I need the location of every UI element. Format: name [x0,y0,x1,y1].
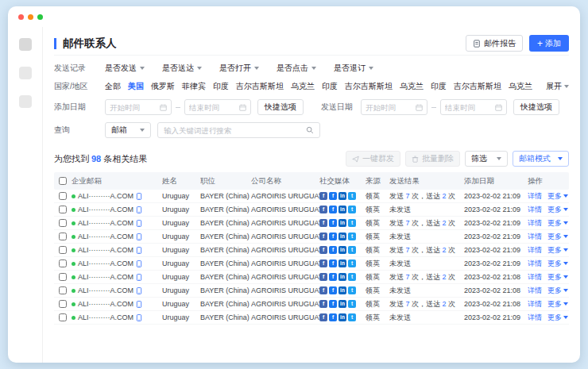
country-option[interactable]: 乌克兰 [509,81,532,92]
country-option[interactable]: 吉尔吉斯斯坦 [454,81,501,92]
phone-icon[interactable] [136,233,142,240]
facebook-icon[interactable]: f [319,246,327,254]
sidebar-item-3[interactable] [19,95,32,108]
email-report-button[interactable]: 邮件报告 [466,35,523,52]
facebook-icon[interactable]: f [329,313,337,321]
facebook-icon[interactable]: f [319,286,327,294]
select-all-checkbox[interactable] [59,177,67,185]
facebook-icon[interactable]: f [319,273,327,281]
linkedin-icon[interactable]: in [338,206,346,213]
facebook-icon[interactable]: f [319,219,327,227]
country-option[interactable]: 印度 [431,81,447,92]
linkedin-icon[interactable]: in [338,313,346,321]
row-checkbox[interactable] [59,286,67,294]
more-link[interactable]: 更多 [547,286,568,296]
phone-icon[interactable] [136,193,142,200]
phone-icon[interactable] [136,287,142,294]
more-link[interactable]: 更多 [547,259,568,269]
delivered-count[interactable]: 2 [443,273,447,281]
more-link[interactable]: 更多 [547,245,568,256]
sidebar-item-1[interactable] [19,38,32,51]
facebook-icon[interactable]: f [329,233,337,240]
country-option[interactable]: 乌克兰 [400,81,424,92]
more-link[interactable]: 更多 [547,232,568,242]
send-record-dropdown[interactable]: 是否打开 [219,63,259,74]
send-date-start-input[interactable] [361,99,427,115]
facebook-icon[interactable]: f [319,300,327,308]
facebook-icon[interactable]: f [329,219,337,227]
add-date-quick-button[interactable]: 快捷选项 [257,99,304,115]
facebook-icon[interactable]: f [329,259,337,267]
row-checkbox[interactable] [59,233,67,240]
phone-icon[interactable] [136,220,142,227]
phone-icon[interactable] [136,301,142,308]
add-button[interactable]: + 添加 [529,35,569,52]
detail-link[interactable]: 详情 [528,205,542,215]
linkedin-icon[interactable]: in [338,300,346,308]
add-date-end-input[interactable] [184,99,251,115]
more-link[interactable]: 更多 [547,272,568,283]
linkedin-icon[interactable]: in [338,273,346,281]
mailbox-mode-select[interactable]: 邮箱模式 [513,151,569,167]
sidebar-item-2[interactable] [19,67,32,79]
filter-select[interactable]: 筛选 [465,151,508,167]
delivered-count[interactable]: 2 [443,300,447,308]
twitter-icon[interactable]: t [348,233,356,240]
phone-icon[interactable] [136,260,142,267]
delivered-count[interactable]: 2 [443,192,447,200]
send-record-dropdown[interactable]: 是否送达 [162,63,202,74]
row-checkbox[interactable] [59,206,67,213]
query-field-select[interactable]: 邮箱 [105,122,151,138]
facebook-icon[interactable]: f [319,313,327,321]
country-option[interactable]: 吉尔吉斯斯坦 [236,81,284,92]
zoom-window-button[interactable] [37,14,43,20]
phone-icon[interactable] [136,247,142,254]
country-option[interactable]: 美国 [128,81,144,92]
country-option[interactable]: 全部 [105,81,121,92]
expand-button[interactable]: 展开 [541,81,569,92]
facebook-icon[interactable]: f [329,273,337,281]
linkedin-icon[interactable]: in [338,233,346,240]
close-window-button[interactable] [18,14,24,20]
twitter-icon[interactable]: t [348,313,356,321]
more-link[interactable]: 更多 [547,299,568,309]
detail-link[interactable]: 详情 [528,259,542,269]
twitter-icon[interactable]: t [348,286,356,294]
facebook-icon[interactable]: f [319,233,327,240]
country-option[interactable]: 俄罗斯 [151,81,175,92]
country-option[interactable]: 菲律宾 [182,81,206,92]
row-checkbox[interactable] [59,246,67,254]
twitter-icon[interactable]: t [348,206,356,213]
send-record-dropdown[interactable]: 是否发送 [105,63,145,74]
more-link[interactable]: 更多 [547,313,568,323]
facebook-icon[interactable]: f [319,206,327,213]
more-link[interactable]: 更多 [547,218,568,229]
row-checkbox[interactable] [59,313,67,321]
add-date-start-input[interactable] [105,99,172,115]
more-link[interactable]: 更多 [547,205,568,215]
sent-count[interactable]: 7 [406,246,410,254]
minimize-window-button[interactable] [28,14,33,20]
bulk-send-button[interactable]: 一键群发 [346,151,400,167]
send-date-start-field[interactable] [366,103,412,112]
detail-link[interactable]: 详情 [528,245,542,256]
twitter-icon[interactable]: t [348,259,356,267]
send-record-dropdown[interactable]: 是否退订 [334,63,373,74]
country-option[interactable]: 乌克兰 [291,81,315,92]
twitter-icon[interactable]: t [348,273,356,281]
delivered-count[interactable]: 2 [443,219,447,227]
country-option[interactable]: 印度 [213,81,229,92]
detail-link[interactable]: 详情 [528,299,542,309]
facebook-icon[interactable]: f [329,192,337,200]
facebook-icon[interactable]: f [329,246,337,254]
add-date-start-field[interactable] [110,103,156,112]
send-date-end-field[interactable] [445,103,491,112]
add-date-end-field[interactable] [189,103,235,112]
sent-count[interactable]: 7 [406,273,410,281]
linkedin-icon[interactable]: in [338,219,346,227]
facebook-icon[interactable]: f [329,286,337,294]
country-option[interactable]: 印度 [322,81,338,92]
detail-link[interactable]: 详情 [528,191,542,202]
row-checkbox[interactable] [59,192,67,200]
search-input[interactable] [157,122,320,138]
